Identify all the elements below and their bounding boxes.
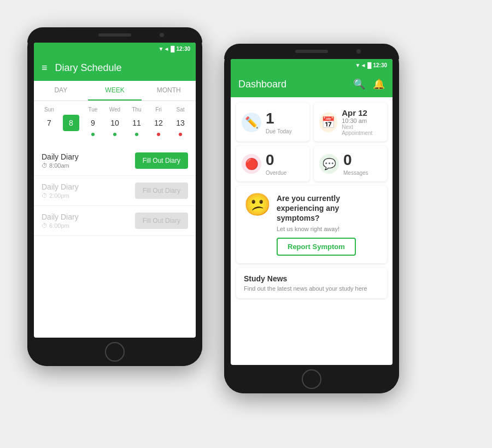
phone-diary: ▼◄ █ 12:30 ≡ Diary Schedule DAY WEEK MON… — [27, 27, 202, 366]
camera-2 — [356, 49, 361, 54]
top-cards-row: ✏️ 1 Due Today 📅 Apr 12 10:30 am Next Ap… — [236, 103, 387, 142]
symptom-text-area: Are you currently experiencing any sympt… — [277, 193, 379, 256]
diary-item-2: Daily Diary ⏱ 6:00pm Fill Out Diary — [34, 206, 196, 236]
diary-item-1-info: Daily Diary ⏱ 2:00pm — [42, 182, 79, 199]
dashboard-content: ✏️ 1 Due Today 📅 Apr 12 10:30 am Next Ap… — [231, 97, 393, 304]
overdue-info: 0 Overdue — [266, 151, 286, 176]
diary-item-1: Daily Diary ⏱ 2:00pm Fill Out Diary — [34, 176, 196, 206]
cal-day-sat[interactable]: Sat 13 — [170, 107, 191, 136]
bottom-cards-row: 🔴 0 Overdue 💬 0 Messages — [236, 146, 387, 181]
diary-item-2-name: Daily Diary — [42, 213, 79, 221]
cal-day-num-wed: 10 — [107, 115, 123, 131]
status-bar-2: ▼◄ █ 12:30 — [231, 59, 393, 71]
app-bar-1: ≡ Diary Schedule — [34, 55, 196, 81]
menu-icon-1[interactable]: ≡ — [42, 62, 48, 74]
battery-icon: █ — [171, 46, 174, 52]
appointment-date: Apr 12 — [342, 108, 382, 117]
cal-dot-fri — [157, 133, 160, 136]
screen-title-1: Diary Schedule — [55, 62, 188, 74]
home-button-2[interactable] — [302, 369, 321, 389]
cal-day-fri[interactable]: Fri 12 — [148, 107, 169, 136]
cal-dot-sun — [48, 133, 51, 136]
overdue-count: 0 — [266, 151, 286, 169]
cal-day-mon[interactable]: Mon 8 — [61, 107, 81, 136]
tab-month[interactable]: MONTH — [142, 81, 196, 101]
screen-title-2: Dashboard — [238, 79, 353, 90]
cal-day-tue[interactable]: Tue 9 — [83, 107, 103, 136]
calendar-icon: 📅 — [319, 113, 337, 132]
search-icon[interactable]: 🔍 — [353, 78, 365, 90]
diary-item-2-info: Daily Diary ⏱ 6:00pm — [42, 213, 79, 229]
phone2-screen: ▼◄ █ 12:30 Dashboard 🔍 🔔 ✏️ — [231, 59, 393, 365]
cal-day-sun[interactable]: Sun 7 — [39, 107, 60, 136]
cal-day-num-sat: 13 — [172, 115, 189, 131]
cal-dot-tue — [91, 133, 95, 136]
scene: ▼◄ █ 12:30 ≡ Diary Schedule DAY WEEK MON… — [11, 11, 481, 437]
messages-card: 💬 0 Messages — [314, 146, 387, 181]
overdue-label: Overdue — [266, 170, 286, 176]
cal-day-wed[interactable]: Wed 10 — [104, 107, 125, 136]
phone1-top — [27, 27, 202, 43]
cal-day-name-mon: Mon — [66, 107, 76, 113]
clock-icon-2: ⏱ — [42, 222, 48, 229]
status-bar-1: ▼◄ █ 12:30 — [34, 43, 196, 55]
tab-bar: DAY WEEK MONTH — [34, 81, 196, 101]
cal-day-num-tue: 9 — [85, 115, 101, 131]
tab-day[interactable]: DAY — [34, 81, 88, 101]
appointment-time: 10:30 am — [342, 117, 382, 124]
diary-item-0-info: Daily Diary ⏱ 8:00am — [42, 152, 79, 169]
cal-dot-mon — [69, 133, 73, 136]
messages-icon: 💬 — [319, 154, 339, 174]
phone-dashboard: ▼◄ █ 12:30 Dashboard 🔍 🔔 ✏️ — [224, 44, 399, 393]
clock-icon-0: ⏱ — [42, 162, 48, 169]
speaker-2 — [295, 50, 328, 53]
news-title: Study News — [244, 274, 379, 283]
appointment-info: Apr 12 10:30 am Next Appointment — [342, 108, 382, 136]
cal-day-name-thu: Thu — [132, 107, 141, 113]
fill-btn-2[interactable]: Fill Out Diary — [135, 213, 188, 229]
cal-day-name-wed: Wed — [109, 107, 120, 113]
cal-dot-thu — [135, 133, 138, 136]
cal-day-name-fri: Fri — [155, 107, 162, 113]
messages-count: 0 — [343, 151, 368, 169]
tab-week[interactable]: WEEK — [88, 81, 142, 101]
symptom-card: 😕 Are you currently experiencing any sym… — [236, 186, 387, 263]
due-today-card: ✏️ 1 Due Today — [236, 103, 309, 142]
overdue-card: 🔴 0 Overdue — [236, 146, 309, 181]
time-display-1: 12:30 — [176, 46, 190, 52]
fill-btn-1[interactable]: Fill Out Diary — [135, 182, 188, 199]
app-bar-icons: 🔍 🔔 — [353, 78, 385, 90]
calendar-row: Sun 7 Mon 8 Tue 9 Wed 10 — [34, 101, 196, 142]
appointment-card: 📅 Apr 12 10:30 am Next Appointment — [314, 103, 387, 142]
symptom-emoji: 😕 — [244, 193, 271, 215]
clock-icon-1: ⏱ — [42, 192, 48, 199]
report-symptom-button[interactable]: Report Symptom — [277, 238, 356, 256]
cal-day-thu[interactable]: Thu 11 — [126, 107, 147, 136]
signal-icon-2: ▼◄ — [355, 62, 366, 68]
messages-label: Messages — [343, 170, 368, 176]
diary-item-1-name: Daily Diary — [42, 182, 79, 191]
home-button-1[interactable] — [105, 342, 125, 362]
overdue-icon: 🔴 — [242, 154, 261, 174]
fill-btn-0[interactable]: Fill Out Diary — [135, 152, 188, 169]
news-card: Study News Find out the latest news abou… — [236, 268, 387, 298]
due-today-label: Due Today — [266, 128, 292, 134]
phone1-screen: ▼◄ █ 12:30 ≡ Diary Schedule DAY WEEK MON… — [34, 43, 196, 338]
cal-day-num-fri: 12 — [150, 115, 167, 131]
camera — [160, 33, 164, 37]
diary-item-1-time: ⏱ 2:00pm — [42, 192, 79, 199]
cal-day-num-thu: 11 — [128, 115, 145, 131]
diary-item-2-time: ⏱ 6:00pm — [42, 222, 79, 229]
symptom-question: Are you currently experiencing any sympt… — [277, 193, 379, 223]
time-display-2: 12:30 — [373, 62, 387, 68]
speaker — [98, 33, 131, 37]
cal-dot-wed — [113, 133, 116, 136]
due-today-count: 1 — [266, 110, 292, 127]
cal-dot-sat — [179, 133, 182, 136]
phone2-top — [224, 44, 399, 59]
cal-day-name-sun: Sun — [44, 107, 54, 113]
status-icons-2: ▼◄ █ 12:30 — [355, 62, 387, 68]
bell-icon[interactable]: 🔔 — [373, 78, 385, 90]
news-sub: Find out the latest news about your stud… — [244, 285, 379, 292]
battery-icon-2: █ — [367, 62, 371, 68]
